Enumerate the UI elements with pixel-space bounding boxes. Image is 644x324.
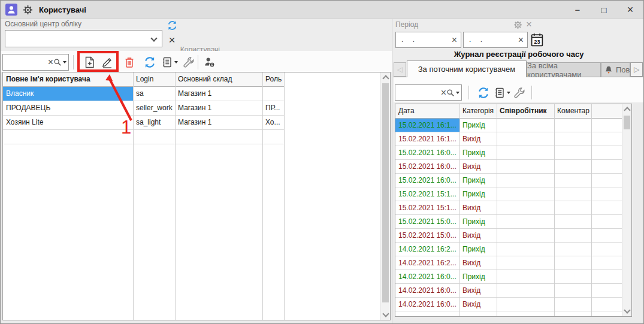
cell-comment[interactable]: [554, 146, 591, 159]
scroll-down-icon[interactable]: [624, 307, 630, 313]
date-clear-icon[interactable]: ×: [518, 35, 524, 45]
journal-row[interactable]: 15.02.2021 16:1...Прихід: [395, 119, 624, 132]
scrollbar-thumb[interactable]: [382, 83, 389, 302]
scroll-up-icon[interactable]: [624, 107, 630, 113]
journal-row[interactable]: 14.02.2021 16:2...Прихід: [395, 243, 624, 256]
settings-gear-icon[interactable]: [23, 5, 33, 15]
scroll-down-icon[interactable]: [382, 310, 389, 317]
refresh-center-button[interactable]: [167, 20, 177, 31]
cell-comment[interactable]: [554, 201, 591, 214]
cell-role[interactable]: [262, 87, 284, 101]
cell-employee[interactable]: [497, 215, 554, 228]
date-to-field[interactable]: . . ×: [463, 32, 528, 48]
cell-date[interactable]: 15.02.2021 16:0...: [395, 160, 459, 173]
cell-category[interactable]: Вихід: [459, 132, 497, 146]
scroll-up-icon[interactable]: [382, 75, 389, 81]
refresh-journal-button[interactable]: [476, 85, 491, 101]
cell-category[interactable]: Вихід: [459, 160, 497, 173]
close-icon[interactable]: ×: [617, 1, 643, 19]
journal-row[interactable]: 15.02.2021 16:0...Прихід: [395, 146, 624, 160]
cell-login[interactable]: sa_light: [133, 116, 175, 129]
cell-comment[interactable]: [554, 270, 591, 283]
cell-employee[interactable]: [497, 174, 554, 187]
cell-date[interactable]: 14.02.2021 16:0...: [395, 284, 459, 297]
journal-row[interactable]: 15.02.2021 15:0...Прихід: [395, 215, 624, 229]
col-main-warehouse[interactable]: Основний склад: [175, 72, 262, 86]
cell-date[interactable]: 15.02.2021 16:1...: [395, 119, 459, 132]
cell-sklad[interactable]: Магазин 1: [175, 116, 262, 129]
journal-row[interactable]: 15.02.2021 15:1...Вихід: [395, 201, 624, 215]
report-menu-button[interactable]: [160, 54, 179, 70]
cell-employee[interactable]: [497, 243, 554, 256]
cell-role[interactable]: ПР...: [262, 101, 284, 115]
cell-comment[interactable]: [554, 215, 591, 228]
col-login[interactable]: Login: [133, 72, 175, 86]
cell-employee[interactable]: [497, 201, 554, 214]
delete-user-button[interactable]: [122, 54, 137, 70]
user-row[interactable]: ПРОДАВЕЦЬseller_workМагазин 1ПР...: [3, 101, 285, 116]
calendar-button[interactable]: 23: [530, 32, 543, 47]
cell-date[interactable]: 15.02.2021 15:1...: [395, 201, 459, 214]
accounting-center-combobox[interactable]: [5, 30, 162, 47]
tab-current-user[interactable]: За поточним користувачем: [407, 60, 527, 77]
col-role[interactable]: Роль: [262, 72, 284, 86]
cell-date[interactable]: 14.02.2021 16:2...: [395, 243, 459, 256]
cell-comment[interactable]: [554, 160, 591, 173]
tab-notifications[interactable]: Пов: [601, 62, 630, 77]
users-table-scrollbar[interactable]: [380, 72, 390, 320]
search-clear-icon[interactable]: ×: [48, 57, 53, 67]
cell-date[interactable]: 14.02.2021 16:0...: [395, 298, 459, 311]
cell-category[interactable]: Вихід: [459, 201, 497, 214]
cell-employee[interactable]: [497, 229, 554, 242]
cell-category[interactable]: Прихід: [459, 174, 497, 187]
cell-comment[interactable]: [554, 174, 591, 187]
cell-category[interactable]: Прихід: [459, 146, 497, 159]
journal-table-scrollbar[interactable]: [622, 104, 631, 316]
cell-employee[interactable]: [497, 187, 554, 201]
cell-comment[interactable]: [554, 187, 591, 201]
cell-role[interactable]: Хо...: [262, 116, 284, 129]
col-category[interactable]: Категорія: [459, 104, 497, 118]
cell-date[interactable]: 15.02.2021 15:0...: [395, 215, 459, 228]
search-magnifier-button[interactable]: [446, 89, 459, 97]
cell-employee[interactable]: [497, 132, 554, 146]
cell-employee[interactable]: [497, 284, 554, 297]
cell-comment[interactable]: [554, 229, 591, 242]
tools-button[interactable]: [181, 54, 196, 70]
user-settings-button[interactable]: [202, 54, 217, 70]
cell-category[interactable]: Вихід: [459, 256, 497, 270]
cell-employee[interactable]: [497, 256, 554, 270]
cell-date[interactable]: 15.02.2021 16:0...: [395, 174, 459, 187]
search-magnifier-button[interactable]: [53, 58, 66, 66]
journal-row[interactable]: 15.02.2021 16:1...Вихід: [395, 132, 624, 146]
cell-date[interactable]: 15.02.2021 16:0...: [395, 146, 459, 159]
maximize-icon[interactable]: □: [591, 1, 617, 19]
cell-employee[interactable]: [497, 119, 554, 132]
cell-comment[interactable]: [554, 298, 591, 311]
cell-login[interactable]: sa: [133, 87, 175, 101]
cell-employee[interactable]: [497, 270, 554, 283]
cell-employee[interactable]: [497, 298, 554, 311]
cell-date[interactable]: 14.02.2021 16:0...: [395, 270, 459, 283]
journal-row[interactable]: 14.02.2021 16:2...Вихід: [395, 256, 624, 270]
cell-category[interactable]: Вихід: [459, 298, 497, 311]
journal-row[interactable]: 15.02.2021 15:1...Прихід: [395, 187, 624, 201]
date-clear-icon[interactable]: ×: [452, 35, 457, 45]
cell-comment[interactable]: [554, 119, 591, 132]
cell-sklad[interactable]: Магазин 1: [175, 101, 262, 115]
cell-comment[interactable]: [554, 284, 591, 297]
user-row[interactable]: Хозяин Litesa_lightМагазин 1Хо...: [3, 116, 285, 130]
cell-category[interactable]: Прихід: [459, 119, 497, 132]
cell-employee[interactable]: [497, 146, 554, 159]
cell-category[interactable]: Вихід: [459, 284, 497, 297]
cell-date[interactable]: 15.02.2021 15:0...: [395, 229, 459, 242]
cell-category[interactable]: Вихід: [459, 229, 497, 242]
cell-sklad[interactable]: Магазин 1: [175, 87, 262, 101]
minimize-icon[interactable]: −: [564, 1, 591, 19]
cell-comment[interactable]: [554, 132, 591, 146]
cell-category[interactable]: Прихід: [459, 270, 497, 283]
cell-login[interactable]: seller_work: [133, 101, 175, 115]
refresh-users-button[interactable]: [142, 54, 157, 70]
col-employee[interactable]: Співробітник: [497, 104, 554, 118]
journal-row[interactable]: 14.02.2021 16:0...Вихід: [395, 298, 624, 311]
